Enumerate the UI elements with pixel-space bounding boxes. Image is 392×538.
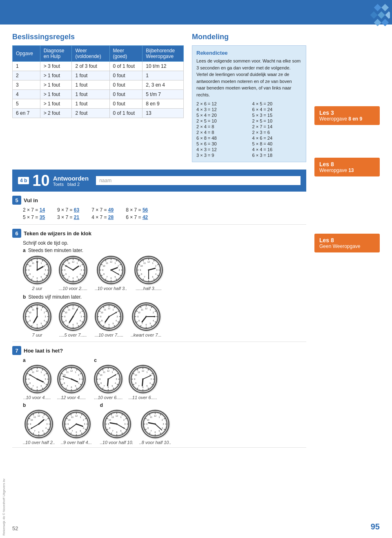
clock-item: 123456789101112 ...10 over 7..... xyxy=(95,302,123,337)
svg-text:5: 5 xyxy=(149,322,151,325)
q6-sub-b: b Steeds vijf minuten later. 12345678910… xyxy=(12,294,306,337)
math-item: 6 × 8 = 48 xyxy=(196,136,246,141)
svg-text:8: 8 xyxy=(29,273,31,275)
svg-text:12: 12 xyxy=(116,415,118,417)
q7-ac-row: a 123456789101112 ..10 voor 4..... 12345… xyxy=(23,357,306,400)
q5-header: 5 Vul in xyxy=(12,196,306,205)
svg-text:11: 11 xyxy=(138,371,140,373)
svg-text:9: 9 xyxy=(140,269,141,271)
svg-text:3: 3 xyxy=(116,378,117,380)
svg-point-1222 xyxy=(154,423,156,425)
fill-answer: 63 xyxy=(74,207,79,213)
svg-point-614 xyxy=(145,316,147,317)
table-cell: 0 of 1 fout xyxy=(109,109,143,118)
fill-answer: 21 xyxy=(74,214,79,220)
svg-text:10: 10 xyxy=(65,311,67,314)
fill-answer: 28 xyxy=(108,214,114,220)
q5-badge: 5 xyxy=(12,196,21,205)
q7-sub-c: c 123456789101112 ...10 over 6..... 1234… xyxy=(94,357,157,400)
clock-face: 123456789101112 xyxy=(94,365,122,393)
svg-text:8: 8 xyxy=(135,382,136,384)
clock-label: ...10 voor 2..... xyxy=(59,286,87,291)
svg-text:3: 3 xyxy=(163,423,164,425)
svg-text:1: 1 xyxy=(152,262,154,264)
svg-text:7: 7 xyxy=(112,430,113,432)
clock-label: ...12 voor 4..... xyxy=(57,395,86,400)
svg-text:3: 3 xyxy=(150,378,151,380)
table-cell: > 1 fout xyxy=(40,99,72,109)
svg-text:11: 11 xyxy=(106,262,108,264)
table-cell: 3 xyxy=(13,80,40,90)
svg-text:3: 3 xyxy=(47,423,48,425)
svg-rect-1 xyxy=(381,4,389,11)
svg-text:10: 10 xyxy=(134,374,137,376)
svg-text:10: 10 xyxy=(147,419,149,421)
svg-text:1: 1 xyxy=(75,371,76,373)
svg-text:8: 8 xyxy=(101,319,102,322)
svg-text:4: 4 xyxy=(78,382,79,384)
clock-label: 7 uur xyxy=(32,333,42,337)
math-item: 2 × 4 = 8 xyxy=(196,130,246,135)
q7-header: 7 Hoe laat is het? xyxy=(12,346,306,355)
svg-text:7: 7 xyxy=(32,276,33,278)
math-item: 6 × 3 = 18 xyxy=(252,153,302,158)
les2-sub: Weeropgave 13 xyxy=(319,167,375,173)
clock-item: 123456789101112 ..10 voor half 3.. xyxy=(95,256,127,291)
svg-text:5: 5 xyxy=(75,385,76,387)
math-item: 2 × 5 = 10 xyxy=(196,118,246,123)
fill-item: 6 × 7 = 42 xyxy=(126,214,148,220)
svg-text:6: 6 xyxy=(71,386,72,388)
svg-text:6: 6 xyxy=(109,324,110,326)
svg-text:9: 9 xyxy=(64,315,65,318)
svg-text:2: 2 xyxy=(162,419,163,421)
decision-table: Opgave Diagnoseen Hulp Weer(voldoende) M… xyxy=(12,45,184,118)
clock-label: ..10 voor half 3.. xyxy=(95,286,127,291)
svg-text:5: 5 xyxy=(41,322,42,325)
table-cell: > 2 fout xyxy=(40,109,72,118)
svg-text:5: 5 xyxy=(77,322,78,325)
svg-text:4: 4 xyxy=(83,427,84,429)
q6a-desc: Steeds tien minuten later. xyxy=(28,248,83,253)
les3-sub: Geen Weeropgave xyxy=(319,243,375,249)
col-opgave: Opgave xyxy=(13,46,40,62)
clock-face: 123456789101112 xyxy=(102,410,131,438)
svg-text:8: 8 xyxy=(65,273,67,275)
clock-face: 123456789101112 xyxy=(129,365,157,393)
table-cell: 2 xyxy=(13,71,40,80)
svg-text:11: 11 xyxy=(143,262,146,264)
svg-text:11: 11 xyxy=(32,308,34,311)
q6a-clocks-row: 123456789101112 2 uur 123456789101112 ..… xyxy=(23,256,306,291)
math-item: 5 × 4 = 20 xyxy=(196,113,246,118)
svg-text:12: 12 xyxy=(145,307,147,310)
table-cell: 4 xyxy=(13,90,40,99)
svg-point-462 xyxy=(72,316,74,317)
table-cell: > 1 fout xyxy=(40,90,72,99)
svg-text:6: 6 xyxy=(116,431,117,433)
les-box-3: Les 8 Geen Weeropgave xyxy=(314,234,380,252)
math-item: 4 × 3 = 12 xyxy=(196,147,246,152)
svg-text:3: 3 xyxy=(81,315,82,318)
diamond-pattern xyxy=(343,0,392,25)
clock-face: 123456789101112 xyxy=(23,256,51,284)
clock-item: 123456789101112 ....5 over 7..... xyxy=(59,302,87,337)
svg-text:12: 12 xyxy=(38,415,40,417)
svg-text:6: 6 xyxy=(36,324,38,326)
svg-text:11: 11 xyxy=(32,371,34,373)
svg-text:5: 5 xyxy=(120,430,121,432)
svg-text:7: 7 xyxy=(106,276,107,278)
svg-text:9: 9 xyxy=(102,269,103,271)
q7a-label: a xyxy=(23,357,86,363)
svg-text:1: 1 xyxy=(41,371,42,373)
svg-text:10: 10 xyxy=(140,265,143,267)
svg-text:2: 2 xyxy=(155,265,156,267)
svg-text:2: 2 xyxy=(45,419,47,421)
svg-text:1: 1 xyxy=(149,308,151,311)
beslissingsregels-section: Beslissingsregels Opgave Diagnoseen Hulp… xyxy=(12,33,184,165)
svg-text:10: 10 xyxy=(101,311,103,314)
svg-text:6: 6 xyxy=(36,277,38,279)
page-number: 95 xyxy=(371,522,380,531)
table-cell: 1 fout xyxy=(72,90,109,99)
svg-text:10: 10 xyxy=(102,265,105,267)
svg-text:10: 10 xyxy=(108,419,111,421)
clock-item: 123456789101112 ..9 over half 4... xyxy=(61,410,92,445)
